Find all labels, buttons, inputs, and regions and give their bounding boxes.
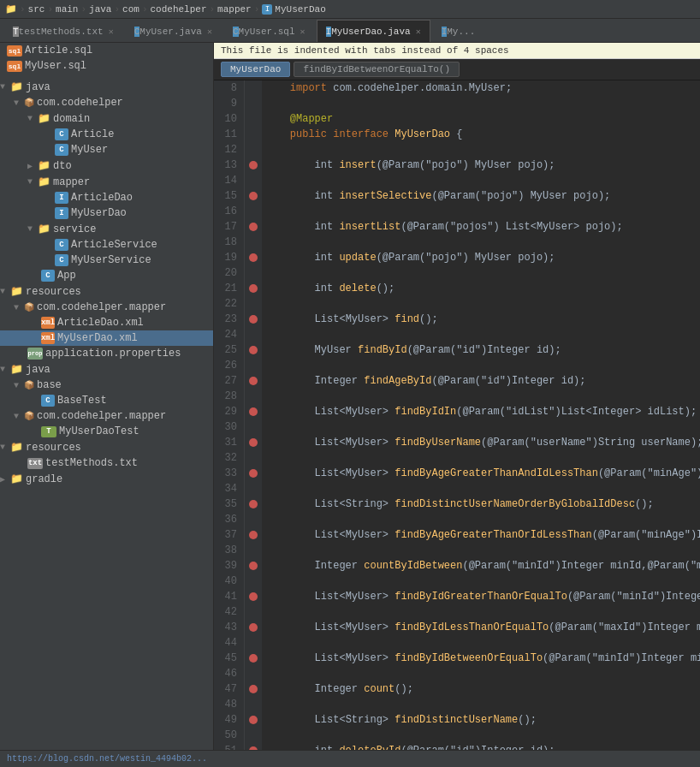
sidebar-item-com-mapper2[interactable]: ▼ 📦 com.codehelper.mapper xyxy=(0,408,213,424)
sidebar-item-basetest[interactable]: C BaseTest xyxy=(0,393,213,408)
sidebar-item-myuserdao-xml[interactable]: xml MyUserDao.xml xyxy=(0,330,213,346)
code-editor[interactable]: import com.codehelper.domain.MyUser; @Ma… xyxy=(262,80,700,750)
com-mapper2-icon: 📦 xyxy=(24,411,34,421)
sidebar-label-java: java xyxy=(26,81,50,93)
code-line: List<String> findDistinctUserName(); xyxy=(265,712,697,728)
breadcrumb-codehelper: codehelper xyxy=(150,4,206,15)
tab-myuser[interactable]: C MyUser.java ✕ xyxy=(125,20,222,42)
tab-myusersql[interactable]: C MyUser.sql ✕ xyxy=(223,20,315,42)
sidebar-item-articleservice[interactable]: C ArticleService xyxy=(0,237,213,253)
sidebar-label-com-mapper: com.codehelper.mapper xyxy=(37,301,166,313)
breadcrumb-mapper: mapper xyxy=(217,4,252,15)
gutter-row xyxy=(245,389,262,404)
breadcrumb-java: java xyxy=(89,4,111,15)
breadcrumb-com: com xyxy=(122,4,139,15)
sidebar-item-com-mapper-pkg[interactable]: ▼ 📦 com.codehelper.mapper xyxy=(0,300,213,315)
code-line: Integer countByIdBetween(@Param("minId")… xyxy=(265,558,697,574)
status-url: https://blog.csdn.net/westin_4494b02... xyxy=(7,754,207,764)
sidebar-item-myuserdaotest[interactable]: T MyUserDaoTest xyxy=(0,424,213,439)
line-numbers: 8910111213141516171819202122232425262728… xyxy=(214,80,245,750)
sidebar-item-myuser-sql[interactable]: sql MyUser.sql xyxy=(0,58,213,74)
sidebar-item-gradle[interactable]: ▶ 📁 gradle xyxy=(0,471,213,487)
sidebar-item-appprops[interactable]: prop application.properties xyxy=(0,346,213,361)
sidebar-item-myuserdao[interactable]: I MyUserDao xyxy=(0,205,213,221)
gutter-row xyxy=(245,651,262,666)
sidebar-label-service: service xyxy=(53,223,96,235)
code-line: int insertSelective(@Param("pojo") MyUse… xyxy=(265,188,697,204)
gutter-row xyxy=(245,558,262,574)
sidebar-item-dto[interactable]: ▶ 📁 dto xyxy=(0,158,213,174)
sidebar-item-java2[interactable]: ▼ 📁 java xyxy=(0,361,213,378)
sidebar-item-service[interactable]: ▼ 📁 service xyxy=(0,221,213,237)
breadcrumb-src[interactable]: 📁 xyxy=(5,3,17,15)
sidebar-item-article-sql[interactable]: sql Article.sql xyxy=(0,43,213,58)
breakpoint-icon xyxy=(249,161,258,169)
gutter-row xyxy=(245,235,262,250)
sidebar-item-article[interactable]: C Article xyxy=(0,127,213,142)
sidebar-label-myuser: MyUser xyxy=(71,144,108,156)
code-line xyxy=(265,604,697,620)
code-line: List<MyUser> findByIdGreaterThanOrEqualT… xyxy=(265,589,697,604)
code-line xyxy=(265,543,697,558)
breakpoint-icon xyxy=(249,716,258,724)
code-line: import com.codehelper.domain.MyUser; xyxy=(265,80,697,96)
breakpoint-icon xyxy=(249,438,258,447)
sidebar-item-app[interactable]: C App xyxy=(0,268,213,283)
tab-label-myuserdao: MyUserDao.java xyxy=(331,27,410,37)
tab-myuserdao[interactable]: I MyUserDao.java ✕ xyxy=(317,20,430,42)
sidebar-item-testmethods[interactable]: txt testMethods.txt xyxy=(0,455,213,471)
service-arrow: ▼ xyxy=(27,224,38,234)
sidebar-item-java-folder[interactable]: ▼ 📁 java xyxy=(0,79,213,95)
gutter-row xyxy=(245,342,262,358)
code-line xyxy=(265,450,697,466)
sidebar-item-articledao-xml[interactable]: xml ArticleDao.xml xyxy=(0,315,213,330)
domain-arrow: ▼ xyxy=(27,114,38,123)
sidebar-item-myuser[interactable]: C MyUser xyxy=(0,142,213,158)
code-line xyxy=(265,296,697,312)
tab-my[interactable]: I My... xyxy=(432,20,485,42)
gutter-row xyxy=(245,466,262,481)
inner-tab-findbyid[interactable]: findByIdBetweenOrEqualTo() xyxy=(294,62,460,77)
gutter-row xyxy=(245,620,262,635)
breakpoint-icon xyxy=(249,284,258,293)
gutter-row xyxy=(245,142,262,158)
tab-close-myuserdao[interactable]: ✕ xyxy=(416,27,421,37)
sidebar-item-resources2[interactable]: ▼ 📁 resources xyxy=(0,439,213,455)
myuserdaotest-icon: T xyxy=(41,426,56,437)
tab-close-myusersql[interactable]: ✕ xyxy=(300,27,306,37)
breadcrumb-src-label: src xyxy=(28,4,45,15)
myuserdao-xml-icon: xml xyxy=(41,332,55,344)
sidebar-item-mapper[interactable]: ▼ 📁 mapper xyxy=(0,174,213,190)
breakpoint-icon xyxy=(249,407,258,416)
gutter-row xyxy=(245,250,262,265)
info-bar-message: This file is indented with tabs instead … xyxy=(221,45,509,56)
sidebar-item-myuserservice[interactable]: C MyUserService xyxy=(0,253,213,268)
inner-tabs: MyUserDao findByIdBetweenOrEqualTo() xyxy=(214,59,700,80)
sidebar-item-resources1[interactable]: ▼ 📁 resources xyxy=(0,283,213,300)
myuserservice-icon: C xyxy=(55,254,68,266)
tab-close-testmethods[interactable]: ✕ xyxy=(109,27,114,37)
sidebar-label-dto: dto xyxy=(53,160,72,172)
inner-tab-myuserdao[interactable]: MyUserDao xyxy=(221,62,290,77)
editor-area: This file is indented with tabs instead … xyxy=(214,43,700,750)
gutter-row xyxy=(245,158,262,173)
base-arrow: ▼ xyxy=(14,381,24,390)
sidebar-label-testmethods: testMethods.txt xyxy=(45,457,138,469)
sidebar-item-base[interactable]: ▼ 📦 base xyxy=(0,378,213,393)
code-line: int deleteById(@Param("id")Integer id); xyxy=(265,743,697,750)
tab-testmethods[interactable]: T testMethods.txt ✕ xyxy=(3,20,123,42)
code-line xyxy=(265,173,697,188)
sidebar-item-articledao[interactable]: I ArticleDao xyxy=(0,190,213,205)
gutter-row xyxy=(245,127,262,142)
java-folder-arrow: ▼ xyxy=(0,82,10,92)
tab-close-myuser[interactable]: ✕ xyxy=(207,27,212,37)
sidebar-label-appprops: application.properties xyxy=(45,348,181,360)
gutter-row xyxy=(245,419,262,435)
sidebar-item-domain[interactable]: ▼ 📁 domain xyxy=(0,110,213,127)
articledao-icon: I xyxy=(55,192,68,204)
sidebar-label-myuserservice: MyUserService xyxy=(71,254,151,266)
tab-bar: T testMethods.txt ✕ C MyUser.java ✕ C My… xyxy=(0,19,700,43)
sidebar-item-com-pkg[interactable]: ▼ 📦 com.codehelper xyxy=(0,95,213,110)
tab-label-myuser: MyUser.java xyxy=(139,27,202,37)
tab-icon-myuser: C xyxy=(134,27,140,37)
